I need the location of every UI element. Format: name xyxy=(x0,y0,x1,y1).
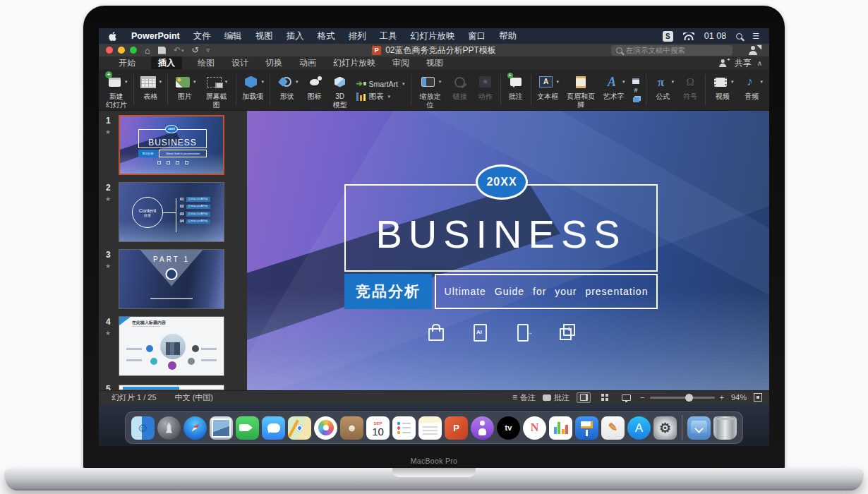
slide-thumbnail-panel[interactable]: 1 ★ 20XX BUSINESS 竞品分析 Ultimate Guide fo… xyxy=(99,111,247,390)
zoom-slider[interactable] xyxy=(650,397,715,399)
menu-item-file[interactable]: 文件 xyxy=(193,30,211,42)
slide-thumbnail-5[interactable] xyxy=(119,385,224,390)
subtitle-box[interactable]: Ultimate Guide for your presentation xyxy=(435,274,658,309)
audio-button[interactable]: ▾ 音频 xyxy=(737,71,766,110)
new-slide-button[interactable]: ▾ 新建 幻灯片 xyxy=(102,71,131,110)
notes-toggle[interactable]: 备注 xyxy=(512,392,536,403)
tab-slideshow[interactable]: 幻灯片放映 xyxy=(332,56,377,70)
share-button[interactable]: 共享 xyxy=(735,57,752,69)
shapes-button[interactable]: ▾ 形状 xyxy=(272,71,302,110)
comments-toggle[interactable]: 批注 xyxy=(543,392,569,403)
phone-share-icon[interactable] xyxy=(514,323,532,341)
customize-toolbar-icon[interactable] xyxy=(207,47,210,54)
share-user-icon[interactable]: ◥ xyxy=(749,46,759,55)
dock-news-icon[interactable]: N xyxy=(523,416,546,440)
menu-item-tools[interactable]: 工具 xyxy=(380,30,397,42)
dock-mail-icon[interactable] xyxy=(210,416,233,440)
save-icon[interactable] xyxy=(158,47,166,54)
search-field[interactable] xyxy=(611,45,733,56)
3d-model-button[interactable]: 3D 模型 xyxy=(327,71,353,110)
control-center-icon[interactable]: ☰ xyxy=(752,32,759,41)
language-indicator[interactable]: 中文 (中国) xyxy=(175,392,213,403)
slide-sorter-view-button[interactable] xyxy=(598,392,612,403)
tab-design[interactable]: 设计 xyxy=(230,56,250,70)
equation-button[interactable]: ▾ 公式 xyxy=(649,71,678,110)
zoom-in-button[interactable]: + xyxy=(720,393,724,402)
slide-thumbnail-1[interactable]: 20XX BUSINESS 竞品分析 Ultimate Guide for yo… xyxy=(119,115,224,175)
dock-contacts-icon[interactable] xyxy=(340,416,363,440)
text-box-button[interactable]: ▾ 文本框 xyxy=(534,71,563,110)
zoom-window-button[interactable] xyxy=(130,47,137,54)
header-footer-button[interactable]: 页眉和页脚 xyxy=(562,71,599,110)
menu-item-view[interactable]: 视图 xyxy=(255,30,273,42)
object-icon[interactable] xyxy=(632,96,641,103)
slide-canvas[interactable]: 20XX BUSINESS 竞品分析 Ultimate Guide for yo… xyxy=(247,111,769,390)
slideshow-view-button[interactable] xyxy=(619,392,633,403)
dock-settings-icon[interactable] xyxy=(653,416,677,440)
comment-button[interactable]: + 批注 xyxy=(503,71,529,110)
tab-draw[interactable]: 绘图 xyxy=(196,56,216,70)
video-button[interactable]: ▾ 视频 xyxy=(708,71,737,110)
tab-view[interactable]: 视图 xyxy=(425,56,445,70)
dock-trash-icon[interactable] xyxy=(713,416,737,440)
slide-thumbnail-2[interactable]: Content目录 01在此输入标题内容 02在此输入标题内容 03在此输入标题… xyxy=(119,182,224,242)
menu-item-format[interactable]: 格式 xyxy=(318,30,335,42)
menu-item-help[interactable]: 帮助 xyxy=(499,30,517,42)
slide-thumbnail-3[interactable]: PART 1 xyxy=(119,249,224,309)
close-window-button[interactable] xyxy=(106,47,113,54)
ai-file-icon[interactable] xyxy=(470,323,488,341)
collapse-ribbon-icon[interactable]: ∧ xyxy=(757,59,762,67)
dock-launchpad-icon[interactable] xyxy=(157,416,181,440)
dock-photos-icon[interactable] xyxy=(314,416,337,440)
fit-slide-icon[interactable] xyxy=(754,393,762,402)
dock-numbers-icon[interactable] xyxy=(549,416,572,440)
spotlight-icon[interactable] xyxy=(736,33,742,40)
dock-reminders-icon[interactable] xyxy=(392,416,416,440)
dock-finder-icon[interactable] xyxy=(131,416,155,440)
tab-insert[interactable]: 插入 xyxy=(151,56,182,70)
dock-pages-icon[interactable] xyxy=(601,416,625,440)
zoom-percent[interactable]: 94% xyxy=(731,393,747,402)
duplicate-icon[interactable] xyxy=(557,323,576,341)
bag-icon[interactable] xyxy=(426,323,445,341)
menu-app-name[interactable]: PowerPoint xyxy=(131,31,180,41)
menu-item-insert[interactable]: 插入 xyxy=(287,30,304,42)
dock-notes-icon[interactable] xyxy=(418,416,442,440)
dock-appletv-icon[interactable]: tv xyxy=(497,416,520,440)
tab-animations[interactable]: 动画 xyxy=(298,56,318,70)
wifi-icon[interactable] xyxy=(683,32,694,40)
tab-home[interactable]: 开始 xyxy=(117,56,137,70)
menu-item-window[interactable]: 窗口 xyxy=(468,30,486,42)
dock-safari-icon[interactable] xyxy=(183,416,207,440)
table-button[interactable]: ▾ 表格 xyxy=(135,71,165,110)
screenshot-button[interactable]: ▾ 屏幕截图 xyxy=(199,71,233,110)
dock-messages-icon[interactable] xyxy=(262,416,285,440)
home-icon[interactable] xyxy=(145,46,150,55)
dock-powerpoint-icon[interactable]: P xyxy=(445,416,468,440)
dock-maps-icon[interactable] xyxy=(288,416,311,440)
dock-facetime-icon[interactable] xyxy=(236,416,259,440)
status-app-icon[interactable]: S xyxy=(663,31,673,42)
year-badge[interactable]: 20XX xyxy=(476,164,528,200)
icons-button[interactable]: 图标 xyxy=(302,71,327,110)
search-input[interactable] xyxy=(626,46,728,54)
dock-calendar-icon[interactable]: SEP 10 xyxy=(366,416,390,440)
apple-menu-icon[interactable] xyxy=(109,31,118,42)
normal-view-button[interactable] xyxy=(577,392,591,403)
dock-keynote-icon[interactable] xyxy=(575,416,598,440)
minimize-window-button[interactable] xyxy=(118,47,125,54)
zoom-reframe-button[interactable]: ▾ 缩放定位 xyxy=(413,71,447,110)
tab-review[interactable]: 审阅 xyxy=(391,56,411,70)
slide-thumbnail-4[interactable]: 在此输入标题内容 xyxy=(119,316,224,376)
add-ins-button[interactable]: ▾ 加载项 xyxy=(239,71,268,110)
dock-downloads-icon[interactable] xyxy=(687,416,711,440)
smartart-button[interactable]: SmartArt▾ xyxy=(356,80,405,88)
dock-podcasts-icon[interactable] xyxy=(471,416,494,440)
dock-appstore-icon[interactable] xyxy=(627,416,651,440)
menu-item-arrange[interactable]: 排列 xyxy=(349,30,366,42)
undo-icon[interactable]: ▾ xyxy=(174,46,184,54)
wordart-button[interactable]: ▾ 艺术字 xyxy=(599,71,629,110)
datetime-icon[interactable] xyxy=(632,78,641,85)
picture-button[interactable]: ▾ 图片 xyxy=(170,71,200,110)
chart-button[interactable]: 图表▾ xyxy=(356,92,405,102)
